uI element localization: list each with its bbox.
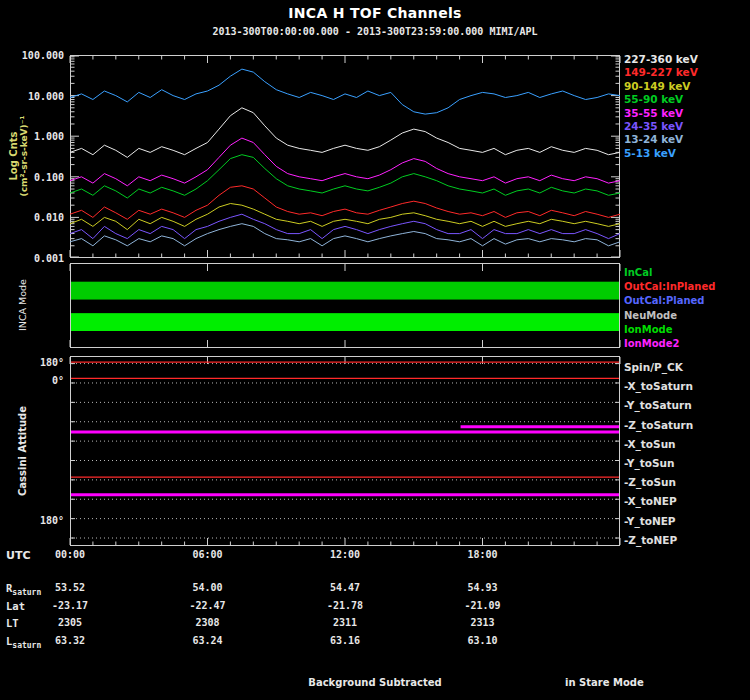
time-range-subtitle: 2013-300T00:00:00.000 - 2013-300T23:59:0… (0, 26, 750, 37)
ephemeris-value: -21.78 (313, 600, 377, 611)
ephemeris-value: 2308 (176, 617, 240, 628)
ephemeris-value: 2311 (313, 617, 377, 628)
x-tick-label: 00:00 (38, 549, 102, 560)
attitude-legend-item--Z_toSaturn: -Z_toSaturn (624, 416, 693, 435)
ephemeris-row-label: Rsaturn (6, 582, 41, 597)
attitude-legend-item--Y_toSaturn: -Y_toSaturn (624, 396, 693, 415)
cassini-attitude-panel (70, 356, 620, 546)
tof-spectra-panel (70, 55, 620, 258)
legend-item-35-55 keV: 35-55 keV (624, 107, 698, 120)
attitude-legend-item--X_toSun: -X_toSun (624, 435, 693, 454)
series-149-227 keV (70, 186, 620, 220)
series-55-90 keV (70, 155, 620, 198)
mode-legend-item-IonMode: IonMode (624, 323, 715, 337)
attitude-legend: Spin/P_CK-X_toSaturn-Y_toSaturn-Z_toSatu… (624, 358, 693, 550)
inca-mode-panel (70, 263, 620, 348)
attitude-legend-item--X_toNEP: -X_toNEP (624, 492, 693, 511)
mode-bar (71, 313, 619, 331)
y-tick-label: 0.010 (2, 212, 64, 223)
mode-legend-item-InCal: InCal (624, 266, 715, 280)
tof-y-axis-label: Log Cnts (cm²-sr-s-keV)⁻¹ (8, 116, 29, 197)
ephemeris-value: 63.24 (176, 635, 240, 646)
ephemeris-value: -23.17 (38, 600, 102, 611)
ephemeris-value: 54.93 (451, 582, 515, 593)
ephemeris-value: 63.32 (38, 635, 102, 646)
series-90-149 keV (70, 204, 620, 230)
attitude-y-tick-label: 180° (2, 357, 64, 368)
attitude-legend-item--Y_toSun: -Y_toSun (624, 454, 693, 473)
attitude-legend-item-Spin/P_CK: Spin/P_CK (624, 358, 693, 377)
mode-legend-item-OutCal:InPlaned: OutCal:InPlaned (624, 280, 715, 294)
legend-item-24-35 keV: 24-35 keV (624, 120, 698, 133)
y-tick-label: 0.001 (2, 253, 64, 264)
legend-item-90-149 keV: 90-149 keV (624, 80, 698, 93)
legend-item-5-13 keV: 5-13 keV (624, 147, 698, 160)
tof-y-axis-label-line2: (cm²-sr-s-keV)⁻¹ (19, 116, 29, 197)
ephemeris-value: 54.47 (313, 582, 377, 593)
mode-y-axis-label: INCA Mode (17, 279, 28, 331)
page-title: INCA H TOF Channels (0, 5, 750, 21)
attitude-y-tick-label: 0° (2, 375, 64, 386)
y-tick-label: 10.000 (2, 91, 64, 102)
ephemeris-value: 2313 (451, 617, 515, 628)
y-tick-label: 100.000 (2, 50, 64, 61)
plot-root: INCA H TOF Channels 2013-300T00:00:00.00… (0, 0, 750, 700)
x-tick-label: 06:00 (176, 549, 240, 560)
attitude-legend-item--X_toSaturn: -X_toSaturn (624, 377, 693, 396)
attitude-legend-item--Z_toSun: -Z_toSun (624, 473, 693, 492)
mode-legend-item-OutCal:Planed: OutCal:Planed (624, 294, 715, 308)
ephemeris-value: 53.52 (38, 582, 102, 593)
series-227-360 keV (70, 108, 620, 158)
legend-item-227-360 keV: 227-360 keV (624, 53, 698, 66)
ephemeris-value: 63.16 (313, 635, 377, 646)
ephemeris-value: 54.00 (176, 582, 240, 593)
attitude-y-axis-label: Cassini Attitude (17, 406, 28, 496)
mode-bar (71, 282, 619, 300)
attitude-y-tick-label: 180° (2, 515, 64, 526)
legend-item-55-90 keV: 55-90 keV (624, 93, 698, 106)
x-tick-label: 18:00 (451, 549, 515, 560)
stare-mode-note: in Stare Mode (565, 677, 644, 688)
attitude-legend-item--Y_toNEP: -Y_toNEP (624, 512, 693, 531)
mode-legend-item-IonMode2: IonMode2 (624, 337, 715, 351)
series-13-24 keV (70, 224, 620, 246)
series-5-13 keV (70, 69, 620, 114)
y-tick-label: 1.000 (2, 131, 64, 142)
ephemeris-value: -21.09 (451, 600, 515, 611)
ephemeris-row-label: Lsaturn (6, 635, 41, 650)
inca-mode-legend: InCalOutCal:InPlanedOutCal:PlanedNeuMode… (624, 266, 715, 351)
y-tick-label: 0.100 (2, 172, 64, 183)
ephemeris-value: 63.10 (451, 635, 515, 646)
ephemeris-value: -22.47 (176, 600, 240, 611)
ephemeris-row-label: LT (6, 617, 19, 629)
x-tick-label: 12:00 (313, 549, 377, 560)
series-24-35 keV (70, 214, 620, 238)
ephemeris-row-label: Lat (6, 600, 25, 612)
mode-legend-item-NeuMode: NeuMode (624, 309, 715, 323)
ephemeris-value: 2305 (38, 617, 102, 628)
legend-item-13-24 keV: 13-24 keV (624, 133, 698, 146)
utc-axis-label: UTC (6, 549, 31, 562)
energy-channel-legend: 227-360 keV149-227 keV90-149 keV55-90 ke… (624, 53, 698, 160)
attitude-legend-item--Z_toNEP: -Z_toNEP (624, 531, 693, 550)
legend-item-149-227 keV: 149-227 keV (624, 66, 698, 79)
